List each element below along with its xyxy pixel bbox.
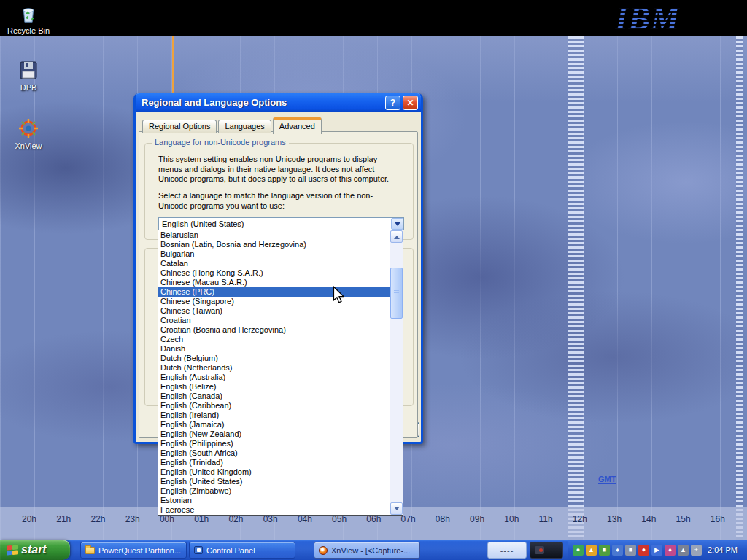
tab[interactable]: Languages	[218, 120, 271, 133]
list-item[interactable]: Bulgarian	[158, 249, 390, 259]
desktop-icon-label: Recycle Bin	[0, 26, 57, 35]
language-non-unicode-groupbox: Language for non-Unicode programs This s…	[144, 143, 414, 240]
xnview-app-icon	[17, 117, 40, 140]
list-item[interactable]: Dutch (Netherlands)	[158, 363, 390, 373]
start-button[interactable]: start	[0, 540, 70, 560]
scroll-up-button[interactable]	[390, 230, 403, 243]
combobox-value: English (United States)	[159, 219, 391, 228]
list-item[interactable]: Croatian (Bosnia and Herzegovina)	[158, 325, 390, 335]
alert-icon[interactable]: ●	[638, 545, 649, 556]
dialog-title-bar[interactable]: Regional and Language Options ? ✕	[136, 93, 421, 112]
timezone-label: 23h	[125, 514, 140, 524]
list-item[interactable]: English (Trinidad)	[158, 458, 390, 467]
network-icon[interactable]: ♦	[612, 545, 623, 556]
clipboard-icon[interactable]: +	[691, 545, 702, 556]
list-item[interactable]: English (Australia)	[158, 373, 390, 382]
desktop-icon-label: DPB	[0, 83, 57, 92]
messenger-icon[interactable]: ♦	[665, 545, 676, 556]
timezone-label: 04h	[298, 514, 312, 524]
scrollbar-track[interactable]	[390, 243, 403, 502]
list-item[interactable]: English (United States)	[158, 477, 390, 486]
list-item[interactable]: English (South Africa)	[158, 448, 390, 458]
taskbar-button-powerquest[interactable]: PowerQuest Partition...	[80, 542, 187, 559]
list-item[interactable]: English (Jamaica)	[158, 420, 390, 429]
timezone-label: 14h	[641, 514, 656, 524]
list-item[interactable]: English (Canada)	[158, 392, 390, 401]
timezone-label: 09h	[470, 514, 484, 524]
desktop-icon-recycle-bin[interactable]: Recycle Bin	[0, 3, 57, 35]
control-panel-icon	[194, 546, 203, 554]
volume-icon[interactable]: ▶	[651, 545, 662, 556]
scroll-down-button[interactable]	[390, 502, 403, 515]
list-item[interactable]: English (Zimbabwe)	[158, 486, 390, 496]
language-dropdown: BelarusianBosnian (Latin, Bosnia and Her…	[158, 230, 403, 516]
list-item[interactable]: Czech	[158, 335, 390, 344]
list-item[interactable]: Dutch (Belgium)	[158, 354, 390, 363]
timezone-label: 05h	[332, 514, 347, 524]
tab[interactable]: Regional Options	[142, 120, 217, 133]
timezone-label: 02h	[228, 514, 243, 524]
timezone-label: 12h	[573, 514, 587, 524]
desktop-icon-label: XnView	[0, 141, 57, 150]
desktop-icon-dpb[interactable]: DPB	[0, 58, 57, 92]
close-button[interactable]: ✕	[403, 96, 418, 110]
list-item[interactable]: Estonian	[158, 496, 390, 505]
taskbar: start PowerQuest Partition... Control Pa…	[0, 540, 747, 560]
dropdown-scrollbar	[390, 230, 403, 515]
list-item[interactable]: English (Philippines)	[158, 439, 390, 448]
language-list: BelarusianBosnian (Latin, Bosnia and Her…	[158, 230, 390, 515]
wallpaper-top-band: IBM	[0, 0, 747, 36]
list-item[interactable]: English (Belize)	[158, 382, 390, 392]
list-item[interactable]: Faeroese	[158, 505, 390, 515]
timezone-hatch-line	[736, 36, 743, 540]
timezone-hatch-band	[568, 36, 584, 540]
timezone-label: 10h	[504, 514, 519, 524]
tab[interactable]: Advanced	[273, 117, 322, 134]
list-item[interactable]: Danish	[158, 344, 390, 354]
list-item[interactable]: Catalan	[158, 259, 390, 268]
timezone-label: 22h	[90, 514, 105, 524]
combobox-dropdown-button[interactable]	[391, 218, 403, 230]
taskbar-toolbar[interactable]: ----	[487, 542, 527, 559]
list-item[interactable]: English (Ireland)	[158, 411, 390, 420]
display-icon[interactable]: ■	[625, 545, 636, 556]
help-button[interactable]: ?	[385, 96, 400, 110]
list-item[interactable]: Chinese (Macau S.A.R.)	[158, 278, 390, 287]
list-item[interactable]: Chinese (PRC)	[158, 287, 390, 297]
timezone-label: 16h	[711, 514, 725, 524]
mouse-cursor	[333, 286, 344, 304]
tab-strip: Regional OptionsLanguagesAdvanced	[142, 117, 323, 133]
taskbar-button-control-panel[interactable]: Control Panel	[189, 542, 295, 559]
taskbar-clock[interactable]: 2:04 PM	[708, 545, 738, 554]
description-text: This system setting enables non-Unicode …	[158, 155, 402, 184]
gmt-label: GMT	[598, 475, 616, 484]
language-combobox[interactable]: English (United States)	[158, 217, 404, 230]
timezone-label: 03h	[263, 514, 278, 524]
security-alert-icon[interactable]: ▲	[586, 545, 597, 556]
timezone-label: 07h	[401, 514, 416, 524]
list-item[interactable]: Chinese (Singapore)	[158, 297, 390, 306]
current-timezone-line	[172, 36, 174, 93]
list-item[interactable]: Bosnian (Latin, Bosnia and Herzegovina)	[158, 240, 390, 249]
list-item[interactable]: Croatian	[158, 316, 390, 325]
safely-remove-icon[interactable]: ●	[573, 545, 584, 556]
disk-icon	[17, 58, 40, 82]
antivirus-icon[interactable]: ■	[599, 545, 610, 556]
taskbar-button-misc[interactable]	[530, 542, 563, 559]
taskbar-button-xnview[interactable]: XnView - [<Capture-...	[314, 542, 420, 559]
list-item[interactable]: English (United Kingdom)	[158, 467, 390, 477]
windows-flag-icon	[7, 545, 18, 555]
list-item[interactable]: English (Caribbean)	[158, 401, 390, 411]
chevron-down-icon	[395, 222, 400, 229]
list-item[interactable]: Belarusian	[158, 230, 390, 240]
scrollbar-thumb[interactable]	[390, 268, 403, 319]
list-item[interactable]: Chinese (Taiwan)	[158, 306, 390, 316]
timezone-label: 20h	[22, 514, 36, 524]
list-item[interactable]: English (New Zealand)	[158, 429, 390, 439]
desktop-icon-xnview[interactable]: XnView	[0, 117, 57, 150]
scheduler-icon[interactable]: ▲	[678, 545, 689, 556]
timezone-label: 01h	[194, 514, 209, 524]
xnview-icon	[319, 546, 328, 555]
list-item[interactable]: Chinese (Hong Kong S.A.R.)	[158, 268, 390, 278]
recycle-bin-icon	[18, 3, 39, 25]
